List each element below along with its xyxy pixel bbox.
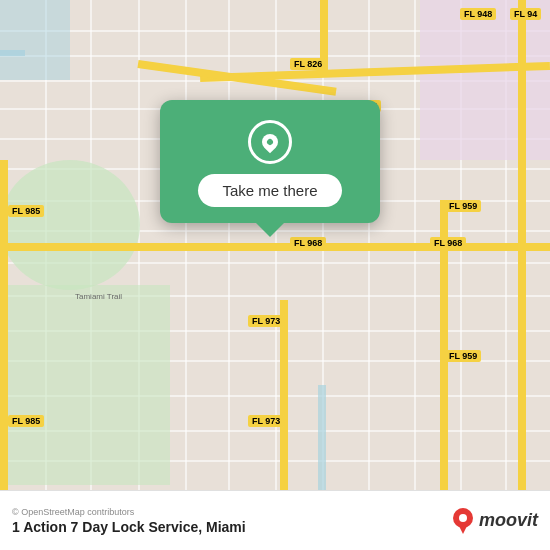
location-pin-icon xyxy=(248,120,292,164)
location-name: 1 Action 7 Day Lock Service, Miami xyxy=(12,519,246,535)
road-label-fl968-right: FL 968 xyxy=(430,237,466,249)
road-label-fl948: FL 948 xyxy=(460,8,496,20)
road-label-fl959-mid: FL 959 xyxy=(445,200,481,212)
bottom-bar: © OpenStreetMap contributors 1 Action 7 … xyxy=(0,490,550,550)
svg-marker-1 xyxy=(458,524,468,534)
map-view[interactable]: FL 826 FL 948 FL 94 FL 826 FL 985 FL 968… xyxy=(0,0,550,490)
road-label-fl959-right: FL 959 xyxy=(445,350,481,362)
road-label-fl941: FL 94 xyxy=(510,8,541,20)
moovit-pin-icon xyxy=(451,506,475,536)
moovit-logo: moovit xyxy=(451,506,538,536)
road-label-fl826-top: FL 826 xyxy=(290,58,326,70)
road-label-fl973-bot: FL 973 xyxy=(248,415,284,427)
take-me-there-button[interactable]: Take me there xyxy=(198,174,341,207)
road-label-fl985: FL 985 xyxy=(8,205,44,217)
attribution-text: © OpenStreetMap contributors xyxy=(12,507,246,517)
road-label-fl973-top: FL 973 xyxy=(248,315,284,327)
bottom-info: © OpenStreetMap contributors 1 Action 7 … xyxy=(12,507,246,535)
moovit-brand-text: moovit xyxy=(479,510,538,531)
tamiami-label: Tamiami Trail xyxy=(75,292,122,301)
location-popup: Take me there xyxy=(160,100,380,223)
road-label-fl968-mid: FL 968 xyxy=(290,237,326,249)
map-background: FL 826 FL 948 FL 94 FL 826 FL 985 FL 968… xyxy=(0,0,550,490)
road-label-fl985-bot: FL 985 xyxy=(8,415,44,427)
svg-point-2 xyxy=(459,514,467,522)
